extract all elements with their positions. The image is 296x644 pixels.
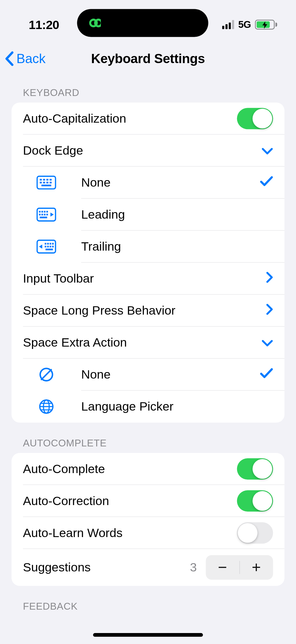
- globe-icon: [12, 399, 81, 414]
- svg-rect-25: [45, 246, 46, 248]
- back-button[interactable]: Back: [0, 51, 46, 67]
- svg-rect-11: [39, 211, 41, 213]
- section-header-autocomplete: AUTOCOMPLETE: [12, 423, 284, 453]
- toggle-auto-learn-words[interactable]: [237, 522, 273, 544]
- svg-rect-12: [41, 211, 43, 213]
- svg-rect-1: [40, 179, 42, 181]
- row-auto-complete[interactable]: Auto-Complete: [12, 453, 284, 485]
- row-space-extra-action[interactable]: Space Extra Action: [12, 326, 284, 358]
- status-time: 11:20: [29, 18, 59, 32]
- row-dock-edge-none[interactable]: None: [12, 166, 284, 198]
- chevron-down-icon: [262, 144, 273, 158]
- stepper-plus-button[interactable]: +: [240, 559, 273, 576]
- label-space-long-press: Space Long Press Behavior: [23, 304, 266, 318]
- group-keyboard: Auto-Capitalization Dock Edge None: [12, 102, 284, 422]
- svg-rect-16: [41, 214, 43, 216]
- row-input-toolbar[interactable]: Input Toolbar: [12, 262, 284, 294]
- row-space-long-press[interactable]: Space Long Press Behavior: [12, 294, 284, 326]
- chevron-down-icon: [262, 336, 273, 350]
- svg-rect-6: [43, 182, 45, 184]
- row-dock-edge-trailing[interactable]: Trailing: [12, 230, 284, 262]
- svg-rect-7: [46, 182, 49, 184]
- svg-rect-4: [50, 179, 52, 181]
- label-space-extra-action: Space Extra Action: [23, 336, 262, 350]
- dynamic-island[interactable]: [77, 9, 208, 37]
- toggle-auto-complete[interactable]: [237, 458, 273, 480]
- svg-rect-13: [44, 211, 46, 213]
- stepper-minus-button[interactable]: −: [206, 559, 239, 576]
- label-dock-edge-none: None: [81, 176, 260, 190]
- svg-rect-21: [45, 243, 46, 245]
- label-dock-edge-trailing: Trailing: [81, 240, 273, 254]
- svg-rect-5: [40, 182, 42, 184]
- chevron-right-icon: [266, 271, 273, 286]
- label-dock-edge: Dock Edge: [23, 144, 262, 158]
- row-dock-edge[interactable]: Dock Edge: [12, 134, 284, 166]
- home-indicator[interactable]: [93, 633, 203, 637]
- svg-line-31: [41, 370, 51, 379]
- row-suggestions: Suggestions 3 − +: [12, 549, 284, 586]
- svg-rect-18: [46, 214, 48, 216]
- svg-rect-27: [50, 246, 52, 248]
- label-space-extra-language-picker: Language Picker: [81, 400, 273, 414]
- circle-slash-icon: [12, 367, 81, 382]
- label-dock-edge-leading: Leading: [81, 208, 273, 222]
- row-auto-learn-words[interactable]: Auto-Learn Words: [12, 517, 284, 549]
- row-auto-correction[interactable]: Auto-Correction: [12, 485, 284, 517]
- checkmark-icon: [260, 367, 273, 382]
- suggestions-stepper: − +: [206, 555, 273, 580]
- label-space-extra-none: None: [81, 368, 260, 382]
- svg-rect-29: [46, 249, 53, 250]
- personal-hotspot-icon: [86, 17, 100, 29]
- row-space-extra-language-picker[interactable]: Language Picker: [12, 391, 284, 423]
- toggle-auto-correction[interactable]: [237, 490, 273, 512]
- back-label: Back: [16, 51, 46, 66]
- checkmark-icon: [260, 175, 273, 190]
- label-auto-correction: Auto-Correction: [23, 494, 237, 508]
- row-dock-edge-leading[interactable]: Leading: [12, 198, 284, 230]
- chevron-right-icon: [266, 303, 273, 318]
- label-auto-capitalization: Auto-Capitalization: [23, 112, 237, 126]
- chevron-left-icon: [4, 51, 15, 67]
- battery-charging-icon: [255, 20, 276, 29]
- cellular-signal-icon: [222, 20, 234, 29]
- svg-rect-24: [52, 243, 54, 245]
- svg-rect-8: [50, 182, 52, 184]
- svg-rect-22: [47, 243, 49, 245]
- svg-rect-28: [52, 246, 54, 248]
- suggestions-value: 3: [190, 560, 197, 574]
- svg-rect-15: [39, 214, 41, 216]
- row-space-extra-none[interactable]: None: [12, 358, 284, 390]
- keyboard-left-icon: [12, 208, 81, 222]
- svg-rect-2: [43, 179, 45, 181]
- label-auto-complete: Auto-Complete: [23, 462, 237, 476]
- toggle-auto-capitalization[interactable]: [237, 108, 273, 129]
- network-type: 5G: [238, 19, 251, 31]
- keyboard-right-icon: [12, 240, 81, 254]
- label-auto-learn-words: Auto-Learn Words: [23, 526, 237, 540]
- svg-rect-3: [46, 179, 49, 181]
- svg-rect-17: [44, 214, 46, 216]
- section-header-keyboard: KEYBOARD: [12, 76, 284, 103]
- svg-rect-9: [41, 185, 51, 186]
- keyboard-icon: [12, 176, 81, 190]
- label-input-toolbar: Input Toolbar: [23, 272, 266, 286]
- row-auto-capitalization[interactable]: Auto-Capitalization: [12, 102, 284, 134]
- svg-rect-14: [46, 211, 48, 213]
- svg-rect-23: [50, 243, 52, 245]
- group-autocomplete: Auto-Complete Auto-Correction Auto-Learn…: [12, 453, 284, 586]
- svg-rect-19: [40, 217, 47, 218]
- svg-rect-26: [47, 246, 49, 248]
- label-suggestions: Suggestions: [23, 560, 190, 574]
- section-header-feedback: FEEDBACK: [12, 586, 284, 616]
